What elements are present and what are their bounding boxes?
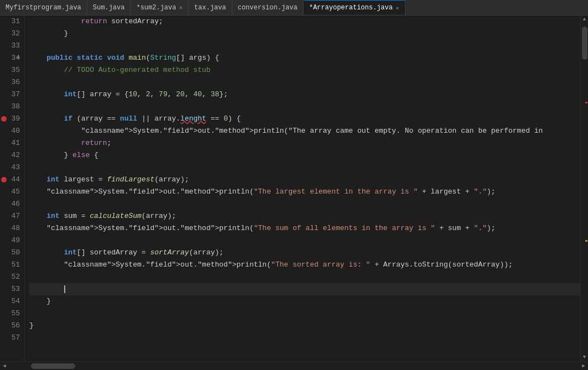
line-number-40: 40 [0,125,20,137]
line-number-54: 54 [0,295,20,308]
code-line-45: "classname">System."field">out."method">… [29,186,580,198]
horizontal-scrollbar[interactable]: ◀ ▶ [0,361,588,370]
code-line-32: } [29,28,580,40]
code-line-31: return sortedArray; [29,15,580,28]
scroll-thumb[interactable] [582,27,587,60]
line-number-31: 31 [0,15,20,28]
tab-sum2[interactable]: *sum2.java ✕ [131,0,189,15]
line-number-45: 45 [0,186,20,198]
line-number-51: 51 [0,259,20,271]
editor-container: 3132333435363738394041424344454647484950… [0,15,588,361]
line-number-48: 48 [0,222,20,234]
tab-label: tax.java [194,4,226,12]
line-number-44: 44 [0,174,20,186]
hscroll-track[interactable] [9,362,579,370]
warning-indicator [585,240,587,242]
code-line-54: } [29,295,580,308]
tab-close-icon[interactable]: ✕ [396,4,399,12]
tab-sum[interactable]: Sum.java [87,0,131,15]
line-number-50: 50 [0,247,20,259]
line-number-35: 35 [0,64,20,76]
code-line-46 [29,198,580,210]
tab-label: *sum2.java [136,4,176,12]
code-line-49 [29,234,580,247]
code-area[interactable]: return sortedArray; } public static void… [25,15,580,361]
code-line-57 [29,332,580,344]
code-line-34: public static void main(String[] args) { [29,52,580,64]
code-line-55 [29,308,580,320]
line-number-55: 55 [0,308,20,320]
line-number-42: 42 [0,149,20,161]
line-number-39: 39 [0,113,20,125]
code-line-38 [29,101,580,113]
code-line-53 [29,283,580,295]
line-number-34: 34 [0,52,20,64]
code-line-56: } [29,320,580,332]
code-line-39: if (array == null || array.lenght == 0) … [29,113,580,125]
hscroll-thumb[interactable] [31,363,75,369]
line-number-32: 32 [0,28,20,40]
line-number-33: 33 [0,40,20,52]
code-line-35: // TODO Auto-generated method stub [29,64,580,76]
scroll-right-arrow[interactable]: ▶ [579,362,588,371]
tab-label: Sum.java [93,4,125,12]
scroll-down-arrow[interactable]: ▼ [581,353,589,361]
code-line-41: return; [29,137,580,149]
tab-close-icon[interactable]: ✕ [179,4,183,11]
code-line-37: int[] array = {10, 2, 79, 20, 40, 38}; [29,88,580,101]
error-indicator [585,102,587,103]
code-line-48: "classname">System."field">out."method">… [29,222,580,234]
tab-label: *Arrayoperations.java [309,4,393,12]
code-line-42: } else { [29,149,580,161]
line-number-57: 57 [0,332,20,344]
tab-label: conversion.java [238,4,298,12]
code-line-50: int[] sortedArray = sortArray(array); [29,247,580,259]
line-number-52: 52 [0,271,20,283]
scroll-left-arrow[interactable]: ◀ [0,362,9,371]
tab-conversion[interactable]: conversion.java [232,0,304,15]
tab-label: Myfirstprogram.java [6,4,81,12]
line-number-gutter: 3132333435363738394041424344454647484950… [0,15,25,361]
line-number-43: 43 [0,161,20,174]
code-line-33 [29,40,580,52]
scroll-up-arrow[interactable]: ▲ [581,15,589,23]
code-line-43 [29,161,580,174]
code-line-52 [29,271,580,283]
line-number-41: 41 [0,137,20,149]
line-number-38: 38 [0,101,20,113]
tab-bar: Myfirstprogram.java Sum.java *sum2.java … [0,0,588,15]
line-number-37: 37 [0,88,20,101]
tab-tax[interactable]: tax.java [189,0,232,15]
code-line-51: "classname">System."field">out."method">… [29,259,580,271]
code-line-47: int sum = calculateSum(array); [29,210,580,222]
code-line-40: "classname">System."field">out."method">… [29,125,580,137]
code-line-44: int largest = findLargest(array); [29,174,580,186]
tab-arrayoperations[interactable]: *Arrayoperations.java ✕ [304,0,405,15]
line-number-53: 53 [0,283,20,295]
tab-myfirstprogram[interactable]: Myfirstprogram.java [0,0,87,15]
line-number-36: 36 [0,76,20,88]
line-number-46: 46 [0,198,20,210]
vertical-scrollbar[interactable]: ▲ ▼ [580,15,588,361]
line-number-56: 56 [0,320,20,332]
line-number-49: 49 [0,234,20,247]
code-line-36 [29,76,580,88]
line-number-47: 47 [0,210,20,222]
